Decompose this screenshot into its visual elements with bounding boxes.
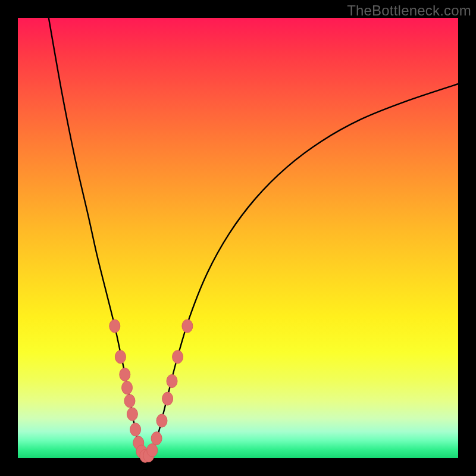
marker-dot [147,444,158,457]
chart-svg [18,18,458,458]
marker-dot [151,432,162,445]
curve-layer [49,18,458,457]
bottleneck-curve [49,18,458,457]
marker-dot [167,375,177,388]
marker-dot [115,350,126,364]
marker-dot [122,381,133,394]
marker-dot [130,423,141,436]
marker-dot [120,368,130,381]
marker-dot [127,408,137,421]
marker-dot [156,414,167,427]
marker-dot [124,394,135,408]
marker-dot [173,350,183,364]
watermark: TheBottleneck.com [347,2,471,19]
marker-dot [109,320,120,333]
marker-dot [182,320,193,333]
chart-frame: TheBottleneck.com [0,0,476,476]
marker-dot [162,392,173,405]
highlight-markers [109,320,193,462]
plot-area [18,18,458,458]
